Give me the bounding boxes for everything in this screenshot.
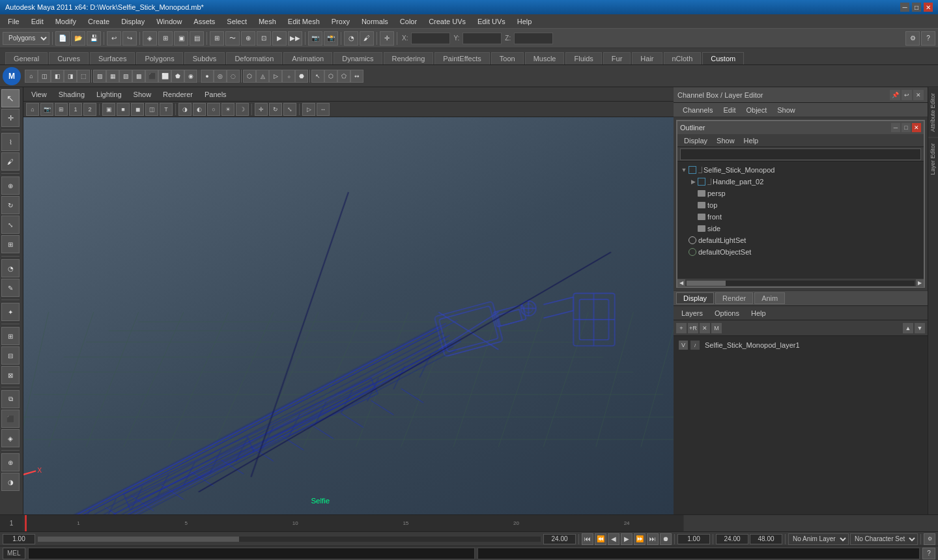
tb2-b1[interactable]: ◫ [38, 70, 51, 83]
tool-rotate[interactable]: ↻ [1, 196, 20, 214]
layer-up-icon[interactable]: ▲ [903, 323, 913, 333]
cb-object-menu[interactable]: Object [741, 105, 772, 115]
tab-rendering[interactable]: Rendering [384, 52, 434, 64]
tab-ncloth[interactable]: nCloth [664, 52, 702, 64]
menu-window[interactable]: Window [151, 16, 187, 27]
menu-create-uvs[interactable]: Create UVs [423, 16, 471, 27]
anim-layer-select[interactable]: No Anim Layer [788, 533, 849, 545]
maximize-button[interactable]: □ [912, 3, 921, 12]
vp-tb-bm[interactable]: T [160, 103, 173, 116]
tree-item-persp[interactable]: ▶ persp [677, 188, 924, 199]
tb-render[interactable]: ▶ [272, 31, 287, 46]
mel-input[interactable] [31, 550, 472, 557]
tb2-c8[interactable]: ◉ [184, 70, 197, 83]
z-coord[interactable] [514, 33, 553, 44]
cb-undo-icon[interactable]: ↩ [902, 90, 912, 100]
new-render-layer-icon[interactable]: +R [688, 323, 698, 333]
tab-polygons[interactable]: Polygons [136, 52, 182, 64]
tb2-d1[interactable]: ● [201, 70, 214, 83]
timeline-ruler[interactable]: 1 5 10 15 20 24 [23, 515, 684, 531]
vp-tb-shade-all[interactable]: ◑ [178, 103, 192, 116]
cb-edit-menu[interactable]: Edit [718, 105, 741, 115]
tb2-b4[interactable]: ⬚ [77, 70, 90, 83]
expand-top[interactable]: ▶ [689, 201, 697, 209]
tool-soft-mod[interactable]: ◔ [1, 259, 20, 277]
tab-fluids[interactable]: Fluids [565, 52, 601, 64]
tb-settings[interactable]: ⚙ [905, 31, 920, 46]
expand-selfie-stick[interactable]: ▼ [680, 166, 688, 174]
tb-snap-curve[interactable]: 〜 [225, 31, 240, 46]
layer-item-selfie[interactable]: V / Selfie_Stick_Monopod_layer1 [676, 339, 925, 352]
x-coord[interactable] [411, 33, 450, 44]
tool-move[interactable]: ✛ [1, 109, 20, 127]
3d-viewport[interactable]: X Y Z Selfie [23, 117, 674, 514]
pb-step-fwd[interactable]: ⏩ [634, 533, 646, 545]
new-layer-icon[interactable]: + [676, 323, 687, 333]
layer-editor-tab[interactable]: Layer Editor [928, 137, 938, 180]
tb2-home[interactable]: ⌂ [25, 70, 38, 83]
tab-curves[interactable]: Curves [49, 52, 89, 64]
vp-tb-flat[interactable]: ■ [117, 103, 130, 116]
menu-color[interactable]: Color [395, 16, 422, 27]
tool-show-manip[interactable]: ✦ [1, 303, 20, 321]
outliner-close[interactable]: ✕ [912, 123, 921, 132]
vp-tb-scale2[interactable]: ⤡ [283, 103, 296, 116]
tab-custom[interactable]: Custom [702, 52, 744, 64]
tb2-d2[interactable]: ◎ [214, 70, 227, 83]
tool-translate[interactable]: ⊕ [1, 176, 20, 195]
menu-edit[interactable]: Edit [26, 16, 49, 27]
cb-show-menu[interactable]: Show [772, 105, 801, 115]
outliner-minimize[interactable]: ─ [891, 123, 900, 132]
ol-display-menu[interactable]: Display [680, 136, 711, 145]
tree-item-selfie-stick[interactable]: ▼ Selfie_Stick_Monopod [677, 164, 924, 176]
char-set-select[interactable]: No Character Set [850, 533, 918, 545]
expand-front[interactable]: ▶ [689, 213, 697, 221]
help-button[interactable]: ? [922, 548, 935, 559]
tool-layer3[interactable]: ◈ [1, 429, 20, 447]
tb2-b3[interactable]: ◨ [64, 70, 77, 83]
tab-muscle[interactable]: Muscle [525, 52, 565, 64]
tool-grid3[interactable]: ⊠ [1, 366, 20, 384]
tb2-e3[interactable]: ▷ [269, 70, 282, 83]
close-button[interactable]: ✕ [924, 3, 933, 12]
tb-snap-grid[interactable]: ⊞ [210, 31, 224, 46]
vp-menu-panels[interactable]: Panels [199, 89, 232, 100]
tb-redo[interactable]: ↪ [122, 31, 137, 46]
vp-tb-light2[interactable]: ☽ [236, 103, 249, 116]
tree-item-objset[interactable]: ▶ defaultObjectSet [677, 246, 924, 258]
mode-select[interactable]: Polygons [3, 32, 50, 45]
vp-tb-sym[interactable]: ↔ [317, 103, 330, 116]
pb-record[interactable]: ⏺ [660, 533, 672, 545]
menu-normals[interactable]: Normals [356, 16, 393, 27]
tb-cam-bookmark[interactable]: 📷 [308, 31, 322, 46]
hscroll-left[interactable]: ◀ [677, 279, 685, 287]
tab-hair[interactable]: Hair [632, 52, 662, 64]
outliner-maximize[interactable]: □ [902, 123, 911, 132]
tool-misc1[interactable]: ⊕ [1, 453, 20, 471]
tool-select[interactable]: ↖ [1, 89, 20, 107]
vp-tb-xray[interactable]: ◫ [145, 103, 158, 116]
tb2-cursor[interactable]: ↖ [311, 70, 324, 83]
vp-tb-rot[interactable]: ↻ [269, 103, 282, 116]
menu-assets[interactable]: Assets [188, 16, 220, 27]
tb-sel-by-name[interactable]: ◈ [143, 31, 157, 46]
cb-layers-menu[interactable]: Layers [676, 309, 708, 318]
tb2-c7[interactable]: ⬟ [171, 70, 184, 83]
outliner-search-input[interactable] [680, 148, 921, 160]
tb2-c1[interactable]: ▨ [93, 70, 106, 83]
delete-layer-icon[interactable]: ✕ [700, 323, 710, 333]
tree-item-handle[interactable]: ▶ Handle_part_02 [677, 176, 924, 188]
cb-tab-render[interactable]: Render [715, 292, 753, 304]
playback-end-field[interactable]: 24.00 [716, 534, 748, 544]
vp-menu-shading[interactable]: Shading [53, 89, 90, 100]
vp-tb-res2[interactable]: 2 [83, 103, 96, 116]
tb2-c5[interactable]: ⬛ [145, 70, 158, 83]
vp-tb-wire[interactable]: ▣ [102, 103, 115, 116]
tb-sel-component[interactable]: ▤ [190, 31, 204, 46]
vp-menu-view[interactable]: View [26, 89, 52, 100]
tb-render-seq[interactable]: ▶▶ [288, 31, 302, 46]
tb2-c3[interactable]: ▧ [119, 70, 132, 83]
range-track[interactable] [38, 537, 541, 542]
tool-paint-sel[interactable]: 🖌 [1, 152, 20, 171]
cb-options-menu[interactable]: Options [709, 309, 745, 318]
